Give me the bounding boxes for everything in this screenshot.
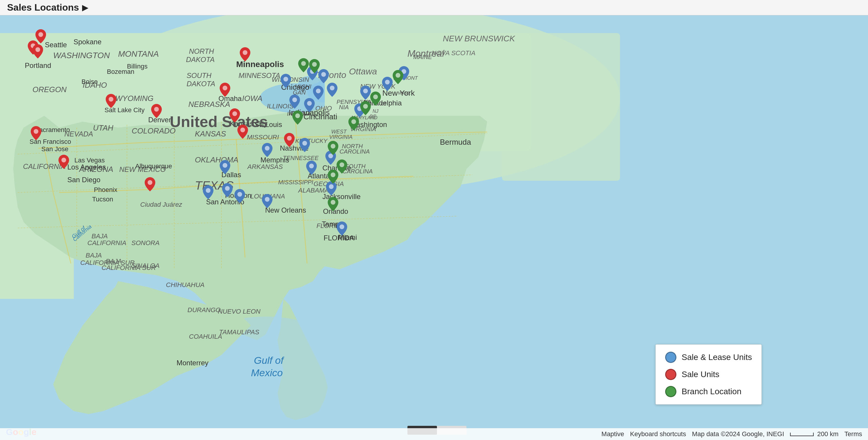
pin-chicago-blue[interactable] xyxy=(280,74,291,88)
svg-text:NIA: NIA xyxy=(339,104,349,111)
pin-houston-blue[interactable] xyxy=(222,183,232,197)
pin-denver-sale[interactable] xyxy=(151,104,162,118)
header-arrow[interactable]: ▶ xyxy=(82,3,89,12)
svg-point-147 xyxy=(232,111,237,116)
svg-text:DURANGO: DURANGO xyxy=(187,306,221,314)
attribution-terms[interactable]: Terms xyxy=(844,430,862,438)
svg-text:Cincinnati: Cincinnati xyxy=(304,112,337,121)
svg-point-181 xyxy=(340,162,344,167)
pin-houston2-blue[interactable] xyxy=(235,189,245,203)
svg-text:NUEVO LEON: NUEVO LEON xyxy=(218,308,260,315)
sale-lease-marker xyxy=(665,352,676,363)
pin-nashville-sale[interactable] xyxy=(284,133,294,147)
svg-point-142 xyxy=(34,129,38,134)
svg-point-158 xyxy=(330,86,335,90)
svg-point-172 xyxy=(302,141,307,146)
pin-kc-sale[interactable] xyxy=(229,108,240,123)
pin-pitt-blue[interactable] xyxy=(327,83,337,97)
svg-text:BAJA: BAJA xyxy=(86,252,102,259)
svg-text:COLORADO: COLORADO xyxy=(132,126,176,135)
svg-point-178 xyxy=(363,104,368,109)
page-title: Sales Locations xyxy=(7,2,79,13)
attribution-maptive[interactable]: Maptive xyxy=(601,430,624,438)
svg-point-183 xyxy=(331,200,335,205)
svg-text:DAKOTA: DAKOTA xyxy=(186,56,215,63)
pin-la-sale[interactable] xyxy=(58,155,69,169)
svg-text:Bermuda: Bermuda xyxy=(440,137,471,147)
pin-columbus-blue[interactable] xyxy=(313,86,323,100)
map-container: Sales Locations ▶ xyxy=(0,0,868,440)
svg-text:WASHINGTON: WASHINGTON xyxy=(53,51,110,60)
svg-point-143 xyxy=(61,158,66,162)
pin-miami-blue[interactable] xyxy=(337,221,347,235)
svg-point-146 xyxy=(223,86,227,90)
svg-point-169 xyxy=(329,184,334,189)
svg-text:TAMAULIPAS: TAMAULIPAS xyxy=(219,328,259,336)
pin-memphis-blue[interactable] xyxy=(262,143,273,157)
svg-text:CALIFORNIA SUR: CALIFORNIA SUR xyxy=(101,264,156,272)
svg-point-150 xyxy=(287,136,292,140)
pin-indy-blue[interactable] xyxy=(289,94,300,109)
pin-elpaso-sale[interactable] xyxy=(145,177,155,191)
pin-toronto-green[interactable] xyxy=(309,59,320,73)
legend-item-sale-lease: Sale & Lease Units xyxy=(665,352,752,363)
svg-text:Tucson: Tucson xyxy=(92,195,113,203)
svg-point-149 xyxy=(243,50,247,55)
pin-cinci-green[interactable] xyxy=(292,111,303,125)
svg-text:KANSAS: KANSAS xyxy=(195,129,226,138)
svg-point-145 xyxy=(154,107,159,112)
attribution-scale: 200 km xyxy=(790,430,838,438)
pin-cleveland-blue[interactable] xyxy=(318,69,329,83)
pin-portland2-sale[interactable] xyxy=(32,44,43,59)
pin-springfield-sale[interactable] xyxy=(237,125,248,139)
pin-michigan-green[interactable] xyxy=(298,58,309,72)
bottom-attribution-bar: Maptive Keyboard shortcuts Map data ©202… xyxy=(0,428,868,440)
svg-text:ARKANSAS: ARKANSAS xyxy=(247,163,283,170)
svg-text:MONTANA: MONTANA xyxy=(118,49,159,59)
pin-boston-green[interactable] xyxy=(393,70,403,84)
pin-richmond-green[interactable] xyxy=(360,101,371,115)
svg-text:Ottawa: Ottawa xyxy=(349,66,377,76)
pin-charlotte-green[interactable] xyxy=(328,141,338,155)
svg-point-159 xyxy=(385,80,390,85)
pin-slc-sale[interactable] xyxy=(106,94,116,108)
pin-philly-blue[interactable] xyxy=(360,86,371,100)
pin-sanantonio-blue[interactable] xyxy=(203,185,213,199)
svg-text:CAROLINA: CAROLINA xyxy=(340,148,370,155)
svg-text:San Jose: San Jose xyxy=(41,145,68,153)
svg-point-179 xyxy=(373,94,378,99)
svg-point-141 xyxy=(35,47,40,52)
pin-neworleans-blue[interactable] xyxy=(262,194,273,208)
pin-nj-green[interactable] xyxy=(370,92,381,106)
svg-point-182 xyxy=(331,172,335,177)
svg-point-157 xyxy=(316,89,321,93)
svg-point-151 xyxy=(148,180,152,185)
svg-point-163 xyxy=(225,186,230,191)
svg-point-165 xyxy=(265,197,270,202)
pin-cinci-blue[interactable] xyxy=(304,98,315,112)
pin-dallas-blue[interactable] xyxy=(220,160,230,174)
pin-sf-sale[interactable] xyxy=(31,126,41,140)
svg-text:San Diego: San Diego xyxy=(67,176,100,184)
pin-raleigh-green[interactable] xyxy=(348,116,359,130)
svg-text:Phoenix: Phoenix xyxy=(94,186,118,193)
svg-text:WEST: WEST xyxy=(331,129,347,135)
svg-point-171 xyxy=(206,188,211,193)
svg-text:NEW BRUNSWICK: NEW BRUNSWICK xyxy=(443,34,516,43)
pin-orlando-green[interactable] xyxy=(328,197,338,211)
svg-text:Los Angeles: Los Angeles xyxy=(67,163,106,171)
pin-nyc-blue[interactable] xyxy=(382,77,393,91)
pin-omaha-sale[interactable] xyxy=(220,83,230,97)
pin-savannah-green[interactable] xyxy=(328,169,338,184)
attribution-map-data: Map data ©2024 Google, INEGI xyxy=(692,430,784,438)
pin-knoxville-blue[interactable] xyxy=(299,138,310,152)
svg-point-174 xyxy=(312,62,317,67)
svg-text:NOVA SCOTIA: NOVA SCOTIA xyxy=(432,49,475,57)
pin-minneapolis-sale[interactable] xyxy=(240,47,250,61)
legend: Sale & Lease Units Sale Units Branch Loc… xyxy=(655,344,762,405)
svg-text:Albuquerque: Albuquerque xyxy=(135,162,172,170)
pin-atlanta-blue[interactable] xyxy=(306,161,317,175)
svg-text:CHIHUAHUA: CHIHUAHUA xyxy=(166,281,205,288)
attribution-keyboard[interactable]: Keyboard shortcuts xyxy=(630,430,686,438)
svg-point-144 xyxy=(108,97,113,102)
